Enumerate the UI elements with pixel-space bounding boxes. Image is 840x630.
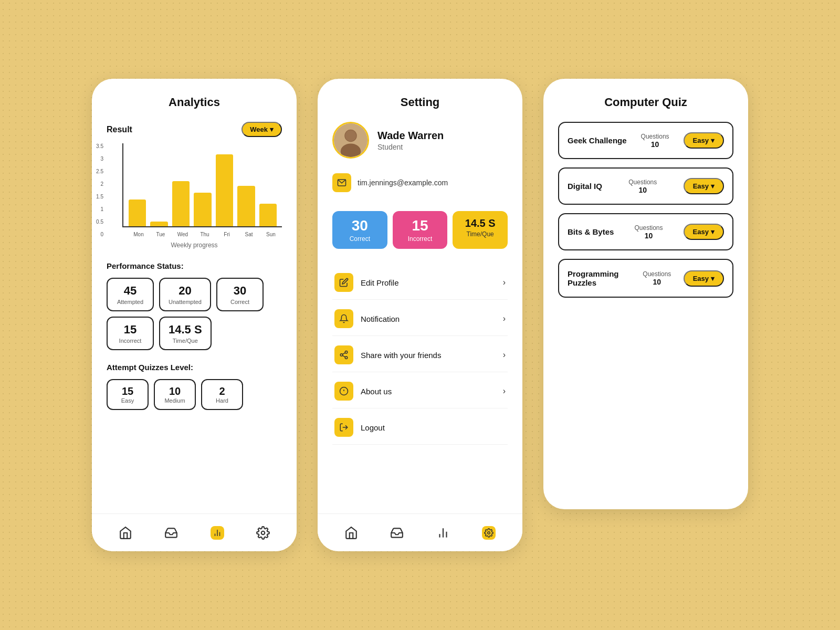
stat-label: Unattempted bbox=[169, 299, 202, 305]
setting-nav-settings[interactable] bbox=[476, 522, 502, 544]
quiz-item: Programming Puzzles Questions 10 Easy ▾ bbox=[558, 259, 733, 298]
menu-logout[interactable]: Logout bbox=[332, 411, 508, 445]
x-label-tue: Tue bbox=[150, 232, 172, 237]
menu-notification[interactable]: Notification › bbox=[332, 302, 508, 336]
bar-fill bbox=[172, 181, 190, 226]
setting-chart-icon bbox=[436, 526, 450, 540]
nav-analytics[interactable] bbox=[204, 522, 230, 544]
inbox-icon bbox=[164, 526, 178, 540]
chart-x-labels: MonTueWedThuFriSatSun bbox=[122, 232, 282, 237]
quiz-questions: Questions 10 bbox=[628, 178, 657, 194]
quiz-card: Computer Quiz Geek Challenge Questions 1… bbox=[543, 79, 748, 509]
nav-settings[interactable] bbox=[250, 522, 276, 544]
menu-edit-profile[interactable]: Edit Profile › bbox=[332, 266, 508, 300]
stat-number: 14.5 S bbox=[169, 323, 202, 337]
analytics-bottom-nav bbox=[92, 513, 297, 551]
setting-title: Setting bbox=[332, 96, 508, 109]
bar-sun bbox=[259, 148, 277, 226]
svg-point-6 bbox=[341, 143, 361, 159]
nav-home[interactable] bbox=[112, 522, 139, 544]
questions-number: 10 bbox=[634, 232, 663, 240]
svg-point-7 bbox=[345, 130, 356, 141]
chevron-down-icon: ▾ bbox=[711, 182, 715, 190]
questions-label: Questions bbox=[628, 178, 657, 186]
correct-badge: 30 Correct bbox=[332, 211, 387, 249]
difficulty-badge[interactable]: Easy ▾ bbox=[684, 224, 724, 240]
quiz-questions: Questions 10 bbox=[641, 133, 669, 149]
bell-icon bbox=[334, 309, 353, 328]
bar-mon bbox=[129, 148, 146, 226]
setting-nav-analytics[interactable] bbox=[430, 522, 456, 544]
chart-y-labels: 3.5 3 2.5 2 1.5 1 0.5 0 bbox=[92, 143, 103, 237]
edit-chevron-icon: › bbox=[503, 278, 506, 287]
edit-profile-label: Edit Profile bbox=[361, 278, 503, 287]
quiz-item: Digital IQ Questions 10 Easy ▾ bbox=[558, 167, 733, 205]
menu-share[interactable]: Share with your friends › bbox=[332, 338, 508, 372]
attempt-label: Easy bbox=[116, 397, 139, 404]
stat-label: Time/Que bbox=[169, 338, 202, 344]
quiz-name: Programming Puzzles bbox=[568, 269, 631, 287]
attempt-box-medium: 10Medium bbox=[154, 379, 196, 410]
home-icon bbox=[119, 526, 132, 540]
attempt-grid: 15Easy10Medium2Hard bbox=[107, 379, 282, 410]
difficulty-label: Easy bbox=[693, 136, 709, 144]
svg-point-11 bbox=[345, 356, 348, 359]
quiz-item: Geek Challenge Questions 10 Easy ▾ bbox=[558, 122, 733, 159]
bar-tue bbox=[150, 148, 167, 226]
about-chevron-icon: › bbox=[503, 386, 506, 396]
attempt-number: 15 bbox=[116, 385, 139, 397]
bar-fill bbox=[150, 222, 167, 226]
x-label-thu: Thu bbox=[194, 232, 216, 237]
chart-area bbox=[122, 143, 282, 227]
difficulty-badge[interactable]: Easy ▾ bbox=[684, 270, 724, 287]
x-label-fri: Fri bbox=[216, 232, 238, 237]
quiz-item: Bits & Bytes Questions 10 Easy ▾ bbox=[558, 213, 733, 250]
bar-fill bbox=[259, 204, 277, 226]
questions-label: Questions bbox=[641, 133, 669, 140]
stat-number: 20 bbox=[169, 284, 202, 298]
setting-nav-home[interactable] bbox=[338, 522, 364, 544]
quiz-name: Digital IQ bbox=[568, 182, 602, 191]
share-label: Share with your friends bbox=[361, 351, 503, 360]
questions-label: Questions bbox=[634, 224, 663, 232]
score-badges: 30 Correct 15 Incorrect 14.5 S Time/Que bbox=[332, 211, 508, 249]
attempt-box-hard: 2Hard bbox=[201, 379, 243, 410]
questions-number: 10 bbox=[628, 186, 657, 194]
stat-box-incorrect: 15Incorrect bbox=[107, 317, 154, 350]
svg-line-13 bbox=[342, 353, 345, 354]
analytics-card: Analytics Result Week ▾ 3.5 3 2.5 2 1.5 … bbox=[92, 79, 297, 551]
x-label-sun: Sun bbox=[260, 232, 282, 237]
bar-fill bbox=[216, 154, 233, 226]
attempt-label: Medium bbox=[163, 397, 186, 404]
x-label-wed: Wed bbox=[172, 232, 194, 237]
difficulty-label: Easy bbox=[693, 228, 709, 236]
questions-number: 10 bbox=[641, 140, 669, 149]
quiz-questions: Questions 10 bbox=[643, 270, 671, 286]
bar-wed bbox=[172, 148, 190, 226]
attempt-number: 10 bbox=[163, 385, 186, 397]
bar-sat bbox=[237, 148, 255, 226]
email-icon bbox=[332, 173, 351, 192]
bar-fill bbox=[194, 193, 211, 226]
stat-box-correct: 30Correct bbox=[216, 278, 264, 311]
chevron-down-icon: ▾ bbox=[711, 275, 715, 282]
setting-bottom-nav bbox=[318, 513, 522, 551]
stat-label: Attempted bbox=[116, 299, 144, 305]
stat-number: 30 bbox=[226, 284, 254, 298]
questions-number: 10 bbox=[643, 278, 671, 286]
quiz-name: Bits & Bytes bbox=[568, 227, 614, 236]
nav-inbox[interactable] bbox=[158, 522, 184, 544]
result-label: Result bbox=[107, 125, 132, 134]
stat-box-attempted: 45Attempted bbox=[107, 278, 154, 311]
profile-section: Wade Warren Student bbox=[332, 122, 508, 159]
quiz-questions: Questions 10 bbox=[634, 224, 663, 240]
result-header: Result Week ▾ bbox=[107, 122, 282, 137]
setting-nav-inbox[interactable] bbox=[384, 522, 410, 544]
stats-grid: 45Attempted20Unattempted30Correct15Incor… bbox=[107, 278, 282, 350]
menu-about[interactable]: About us › bbox=[332, 374, 508, 408]
difficulty-badge[interactable]: Easy ▾ bbox=[684, 178, 724, 194]
week-dropdown[interactable]: Week ▾ bbox=[242, 122, 282, 137]
logout-icon bbox=[334, 418, 353, 437]
difficulty-badge[interactable]: Easy ▾ bbox=[684, 132, 724, 149]
x-label-mon: Mon bbox=[128, 232, 150, 237]
